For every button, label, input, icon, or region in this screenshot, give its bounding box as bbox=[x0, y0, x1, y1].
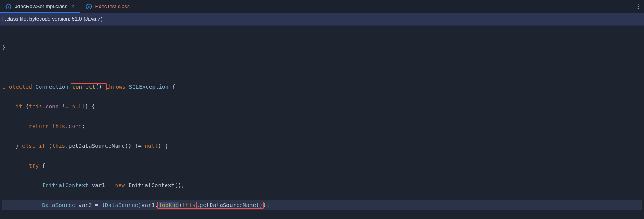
code-line: InitialContext var1 = new InitialContext… bbox=[2, 181, 642, 191]
banner-text: l .class file, bytecode version: 51.0 (J… bbox=[2, 16, 102, 22]
highlight-box: connect() bbox=[71, 83, 106, 90]
tab-label: ExecTest.class bbox=[95, 3, 129, 9]
code-line: try { bbox=[2, 161, 642, 171]
highlight-box: .getDataSourceName() bbox=[195, 202, 264, 209]
code-line-highlighted: DataSource var2 = (DataSource)var1.looku… bbox=[2, 200, 642, 210]
tab-jdbcrowsetimpl[interactable]: c JdbcRowSetImpl.class × bbox=[0, 0, 80, 13]
svg-point-5 bbox=[638, 6, 639, 7]
tabbar: c JdbcRowSetImpl.class × c ExecTest.clas… bbox=[0, 0, 644, 13]
close-icon[interactable]: × bbox=[71, 3, 75, 9]
svg-text:c: c bbox=[8, 5, 9, 9]
code-line bbox=[2, 62, 642, 72]
class-file-icon: c bbox=[5, 3, 12, 10]
svg-point-4 bbox=[638, 4, 639, 5]
svg-point-6 bbox=[638, 8, 639, 9]
svg-text:c: c bbox=[88, 5, 90, 9]
selected-text: lookup bbox=[159, 202, 179, 208]
code-line: } bbox=[2, 43, 642, 53]
code-line: if (this.conn != null) { bbox=[2, 102, 642, 112]
class-file-icon: c bbox=[86, 3, 92, 10]
tab-exectest[interactable]: c ExecTest.class bbox=[80, 0, 135, 13]
code-line: return this.conn; bbox=[2, 121, 642, 132]
code-line: } else if (this.getDataSourceName() != n… bbox=[2, 141, 642, 151]
highlight-box: lookup(this bbox=[157, 202, 197, 209]
tab-label: JdbcRowSetImpl.class bbox=[15, 3, 67, 9]
code-editor[interactable]: } protected Connection connect() throws … bbox=[0, 26, 644, 219]
tabbar-more-icon[interactable] bbox=[632, 0, 644, 13]
code-line: protected Connection connect() throws SQ… bbox=[2, 82, 642, 92]
decompiled-banner: l .class file, bytecode version: 51.0 (J… bbox=[0, 13, 644, 26]
